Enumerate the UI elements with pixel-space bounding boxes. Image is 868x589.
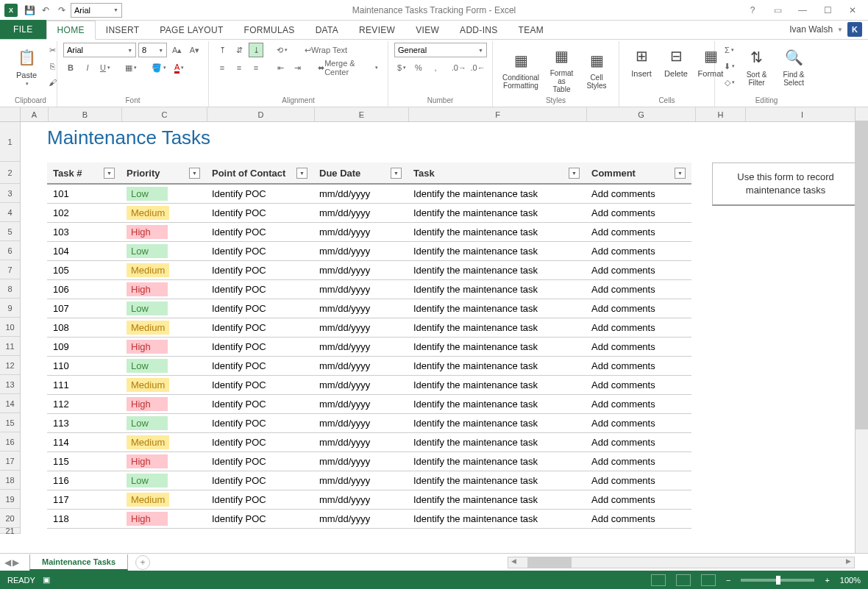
row-header[interactable]: 13 bbox=[0, 375, 21, 394]
row-header[interactable]: 15 bbox=[0, 413, 21, 432]
ribbon-tab-file[interactable]: FILE bbox=[0, 20, 46, 39]
font-size-select[interactable]: 8▼ bbox=[138, 43, 167, 57]
col-header[interactable]: D bbox=[207, 107, 315, 121]
orientation-icon[interactable]: ⟲▾ bbox=[274, 43, 291, 57]
align-right-icon[interactable]: ≡ bbox=[249, 60, 263, 75]
row-header[interactable]: 8 bbox=[0, 279, 21, 299]
ribbon-tab-insert[interactable]: INSERT bbox=[96, 21, 150, 39]
row-header[interactable]: 1 bbox=[0, 122, 21, 162]
grow-font-icon[interactable]: A▴ bbox=[169, 43, 185, 57]
ribbon-tab-review[interactable]: REVIEW bbox=[349, 21, 405, 39]
find-select-button[interactable]: 🔍Find & Select bbox=[775, 44, 812, 88]
row-header[interactable]: 19 bbox=[0, 490, 21, 509]
table-row[interactable]: 109HighIdentify POCmm/dd/yyyyIdentify th… bbox=[47, 338, 691, 357]
align-left-icon[interactable]: ≡ bbox=[215, 60, 230, 75]
column-header[interactable]: Priority▼ bbox=[121, 168, 206, 179]
col-header[interactable]: C bbox=[122, 107, 207, 121]
table-row[interactable]: 103HighIdentify POCmm/dd/yyyyIdentify th… bbox=[47, 223, 691, 242]
fill-icon[interactable]: ⬇▾ bbox=[721, 59, 738, 74]
zoom-level[interactable]: 100% bbox=[840, 576, 861, 585]
number-format-select[interactable]: General▼ bbox=[394, 43, 487, 57]
insert-cells-button[interactable]: ⊞Insert bbox=[625, 43, 658, 79]
col-header[interactable]: F bbox=[409, 107, 587, 121]
ribbon-tab-team[interactable]: TEAM bbox=[508, 21, 555, 39]
ribbon-options-icon[interactable]: ▭ bbox=[765, 3, 790, 18]
tab-nav-next-icon[interactable]: ▶ bbox=[13, 557, 19, 568]
column-header[interactable]: Point of Contact▼ bbox=[206, 168, 313, 179]
row-header[interactable]: 10 bbox=[0, 318, 21, 337]
filter-dropdown-icon[interactable]: ▼ bbox=[675, 168, 686, 179]
col-header[interactable]: I bbox=[746, 107, 859, 121]
redo-icon[interactable]: ↷ bbox=[54, 3, 69, 18]
currency-icon[interactable]: $▾ bbox=[394, 60, 409, 75]
font-color-button[interactable]: A▾ bbox=[171, 60, 187, 75]
ribbon-tab-data[interactable]: DATA bbox=[305, 21, 349, 39]
normal-view-icon[interactable] bbox=[651, 574, 666, 586]
close-icon[interactable]: ✕ bbox=[840, 3, 865, 18]
sheet-tab-active[interactable]: Maintenance Tasks bbox=[29, 554, 128, 571]
maximize-icon[interactable]: ☐ bbox=[815, 3, 840, 18]
row-header[interactable]: 17 bbox=[0, 451, 21, 471]
filter-dropdown-icon[interactable]: ▼ bbox=[569, 168, 580, 179]
user-name[interactable]: Ivan Walsh bbox=[789, 24, 833, 35]
align-middle-icon[interactable]: ⇵ bbox=[232, 43, 246, 57]
filter-dropdown-icon[interactable]: ▼ bbox=[391, 168, 402, 179]
page-layout-view-icon[interactable] bbox=[676, 574, 691, 586]
table-row[interactable]: 115HighIdentify POCmm/dd/yyyyIdentify th… bbox=[47, 452, 691, 471]
decrease-decimal-icon[interactable]: .0← bbox=[469, 60, 486, 75]
table-row[interactable]: 102MediumIdentify POCmm/dd/yyyyIdentify … bbox=[47, 204, 691, 223]
zoom-in-icon[interactable]: + bbox=[825, 576, 829, 585]
ribbon-tab-view[interactable]: VIEW bbox=[405, 21, 449, 39]
user-avatar[interactable]: K bbox=[847, 22, 862, 37]
col-header[interactable]: E bbox=[315, 107, 409, 121]
paste-button[interactable]: 📋 Paste▾ bbox=[10, 44, 43, 88]
macro-record-icon[interactable]: ▣ bbox=[43, 575, 50, 585]
table-row[interactable]: 114MediumIdentify POCmm/dd/yyyyIdentify … bbox=[47, 433, 691, 452]
conditional-formatting-button[interactable]: ▦Conditional Formatting bbox=[499, 47, 543, 91]
filter-dropdown-icon[interactable]: ▼ bbox=[189, 168, 200, 179]
comma-icon[interactable]: , bbox=[428, 60, 443, 75]
save-icon[interactable]: 💾 bbox=[22, 3, 37, 18]
row-header[interactable]: 9 bbox=[0, 299, 21, 318]
table-row[interactable]: 117MediumIdentify POCmm/dd/yyyyIdentify … bbox=[47, 490, 691, 510]
table-row[interactable]: 107LowIdentify POCmm/dd/yyyyIdentify the… bbox=[47, 299, 691, 318]
bold-button[interactable]: B bbox=[63, 60, 78, 75]
row-header[interactable]: 14 bbox=[0, 394, 21, 413]
horizontal-scrollbar[interactable]: ◀ ▶ bbox=[508, 557, 855, 568]
align-top-icon[interactable]: ⤒ bbox=[215, 43, 230, 57]
row-header[interactable]: 16 bbox=[0, 432, 21, 451]
table-row[interactable]: 106HighIdentify POCmm/dd/yyyyIdentify th… bbox=[47, 280, 691, 299]
row-header[interactable]: 12 bbox=[0, 356, 21, 375]
ribbon-tab-formulas[interactable]: FORMULAS bbox=[234, 21, 305, 39]
col-header[interactable]: B bbox=[49, 107, 122, 121]
italic-button[interactable]: I bbox=[80, 60, 95, 75]
table-row[interactable]: 112HighIdentify POCmm/dd/yyyyIdentify th… bbox=[47, 395, 691, 414]
tab-nav-prev-icon[interactable]: ◀ bbox=[4, 557, 11, 568]
row-header[interactable]: 5 bbox=[0, 222, 21, 241]
column-header[interactable]: Comment▼ bbox=[586, 168, 691, 179]
table-row[interactable]: 101LowIdentify POCmm/dd/yyyyIdentify the… bbox=[47, 185, 691, 204]
page-break-view-icon[interactable] bbox=[701, 574, 716, 586]
align-bottom-icon[interactable]: ⤓ bbox=[249, 43, 263, 57]
sort-filter-button[interactable]: ⇅Sort & Filter bbox=[740, 44, 773, 88]
column-header[interactable]: Task #▼ bbox=[47, 168, 121, 179]
shrink-font-icon[interactable]: A▾ bbox=[187, 43, 202, 57]
underline-button[interactable]: U▾ bbox=[97, 60, 113, 75]
clear-icon[interactable]: ◇▾ bbox=[721, 75, 738, 90]
column-header[interactable]: Task▼ bbox=[408, 168, 586, 179]
col-header[interactable]: H bbox=[696, 107, 746, 121]
format-as-table-button[interactable]: ▦Format as Table bbox=[545, 43, 578, 95]
fill-color-button[interactable]: 🪣▾ bbox=[149, 60, 169, 75]
col-header[interactable]: G bbox=[587, 107, 696, 121]
qat-font-select[interactable]: Arial▼ bbox=[71, 3, 122, 18]
table-row[interactable]: 111MediumIdentify POCmm/dd/yyyyIdentify … bbox=[47, 376, 691, 395]
row-header[interactable]: 7 bbox=[0, 260, 21, 279]
help-icon[interactable]: ? bbox=[740, 3, 765, 18]
column-header[interactable]: Due Date▼ bbox=[313, 168, 408, 179]
indent-left-icon[interactable]: ⇤ bbox=[273, 60, 288, 75]
vertical-scrollbar[interactable] bbox=[855, 107, 868, 553]
col-header[interactable]: A bbox=[21, 107, 49, 121]
filter-dropdown-icon[interactable]: ▼ bbox=[296, 168, 307, 179]
border-button[interactable]: ▦▾ bbox=[122, 60, 140, 75]
indent-right-icon[interactable]: ⇥ bbox=[290, 60, 305, 75]
